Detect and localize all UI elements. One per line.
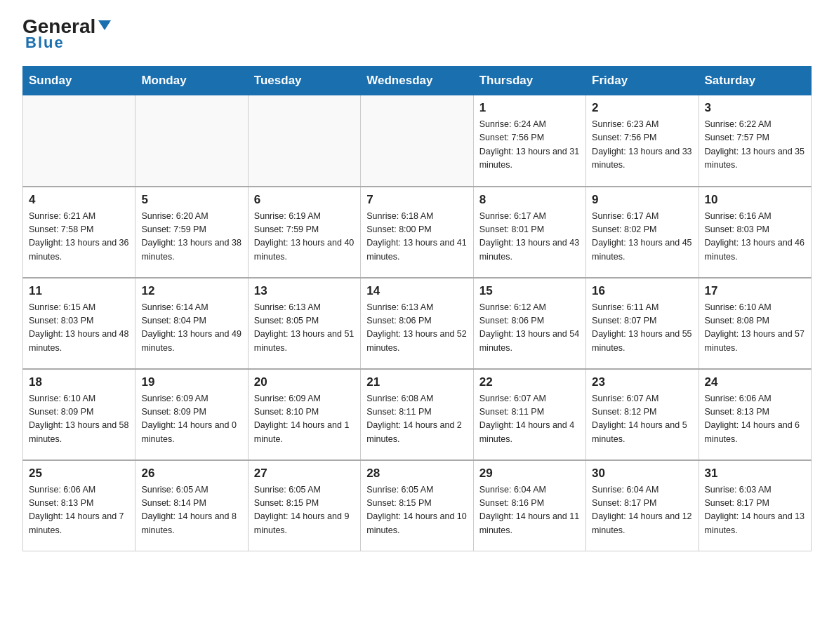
calendar-week-row: 25Sunrise: 6:06 AMSunset: 8:13 PMDayligh… — [23, 460, 812, 551]
day-info: Sunrise: 6:15 AMSunset: 8:03 PMDaylight:… — [29, 301, 129, 356]
day-info: Sunrise: 6:14 AMSunset: 8:04 PMDaylight:… — [141, 301, 241, 356]
calendar-cell: 16Sunrise: 6:11 AMSunset: 8:07 PMDayligh… — [586, 278, 699, 369]
day-number: 19 — [141, 375, 241, 389]
day-info: Sunrise: 6:17 AMSunset: 8:02 PMDaylight:… — [592, 210, 692, 264]
calendar-cell: 23Sunrise: 6:07 AMSunset: 8:12 PMDayligh… — [586, 369, 699, 460]
calendar-cell: 31Sunrise: 6:03 AMSunset: 8:17 PMDayligh… — [699, 460, 811, 551]
calendar-cell: 21Sunrise: 6:08 AMSunset: 8:11 PMDayligh… — [361, 369, 473, 460]
calendar-header-row: SundayMondayTuesdayWednesdayThursdayFrid… — [23, 67, 812, 95]
logo-blue: Blue — [22, 34, 65, 52]
calendar-cell: 15Sunrise: 6:12 AMSunset: 8:06 PMDayligh… — [473, 278, 585, 369]
day-info: Sunrise: 6:09 AMSunset: 8:09 PMDaylight:… — [141, 392, 241, 447]
day-info: Sunrise: 6:03 AMSunset: 8:17 PMDaylight:… — [705, 483, 805, 538]
day-info: Sunrise: 6:17 AMSunset: 8:01 PMDaylight:… — [479, 210, 580, 264]
day-number: 24 — [705, 375, 805, 389]
calendar-cell: 3Sunrise: 6:22 AMSunset: 7:57 PMDaylight… — [699, 95, 811, 187]
calendar-cell: 13Sunrise: 6:13 AMSunset: 8:05 PMDayligh… — [248, 278, 360, 369]
day-info: Sunrise: 6:07 AMSunset: 8:12 PMDaylight:… — [592, 392, 692, 447]
weekday-header-saturday: Saturday — [699, 67, 811, 95]
day-number: 21 — [366, 375, 467, 389]
day-number: 27 — [254, 467, 355, 481]
calendar-cell: 20Sunrise: 6:09 AMSunset: 8:10 PMDayligh… — [248, 369, 360, 460]
calendar-week-row: 11Sunrise: 6:15 AMSunset: 8:03 PMDayligh… — [23, 278, 812, 369]
day-info: Sunrise: 6:16 AMSunset: 8:03 PMDaylight:… — [705, 210, 805, 264]
calendar-cell: 30Sunrise: 6:04 AMSunset: 8:17 PMDayligh… — [586, 460, 699, 551]
day-number: 20 — [254, 375, 355, 389]
calendar-cell: 11Sunrise: 6:15 AMSunset: 8:03 PMDayligh… — [23, 278, 135, 369]
calendar-cell: 2Sunrise: 6:23 AMSunset: 7:56 PMDaylight… — [586, 95, 699, 187]
weekday-header-monday: Monday — [135, 67, 248, 95]
weekday-header-sunday: Sunday — [23, 67, 135, 95]
day-info: Sunrise: 6:04 AMSunset: 8:17 PMDaylight:… — [592, 483, 692, 538]
weekday-header-friday: Friday — [586, 67, 699, 95]
calendar-cell: 24Sunrise: 6:06 AMSunset: 8:13 PMDayligh… — [699, 369, 811, 460]
calendar-cell: 26Sunrise: 6:05 AMSunset: 8:14 PMDayligh… — [135, 460, 248, 551]
day-info: Sunrise: 6:07 AMSunset: 8:11 PMDaylight:… — [479, 392, 580, 447]
calendar-table: SundayMondayTuesdayWednesdayThursdayFrid… — [22, 66, 812, 551]
calendar-cell: 28Sunrise: 6:05 AMSunset: 8:15 PMDayligh… — [361, 460, 473, 551]
day-info: Sunrise: 6:10 AMSunset: 8:09 PMDaylight:… — [29, 392, 129, 447]
calendar-cell: 17Sunrise: 6:10 AMSunset: 8:08 PMDayligh… — [699, 278, 811, 369]
calendar-cell: 19Sunrise: 6:09 AMSunset: 8:09 PMDayligh… — [135, 369, 248, 460]
page-header: General Blue — [22, 17, 812, 52]
day-number: 14 — [366, 284, 467, 298]
calendar-cell: 8Sunrise: 6:17 AMSunset: 8:01 PMDaylight… — [473, 187, 585, 278]
calendar-cell — [361, 95, 473, 187]
day-number: 4 — [29, 193, 129, 207]
calendar-cell: 29Sunrise: 6:04 AMSunset: 8:16 PMDayligh… — [473, 460, 585, 551]
calendar-cell — [135, 95, 248, 187]
day-number: 15 — [479, 284, 580, 298]
calendar-cell: 1Sunrise: 6:24 AMSunset: 7:56 PMDaylight… — [473, 95, 585, 187]
day-number: 6 — [254, 193, 355, 207]
weekday-header-thursday: Thursday — [473, 67, 585, 95]
day-info: Sunrise: 6:13 AMSunset: 8:05 PMDaylight:… — [254, 301, 355, 356]
calendar-cell: 5Sunrise: 6:20 AMSunset: 7:59 PMDaylight… — [135, 187, 248, 278]
logo: General Blue — [22, 17, 112, 52]
day-number: 25 — [29, 467, 129, 481]
day-info: Sunrise: 6:10 AMSunset: 8:08 PMDaylight:… — [705, 301, 805, 356]
day-info: Sunrise: 6:23 AMSunset: 7:56 PMDaylight:… — [592, 118, 692, 173]
day-info: Sunrise: 6:24 AMSunset: 7:56 PMDaylight:… — [479, 118, 580, 173]
calendar-week-row: 18Sunrise: 6:10 AMSunset: 8:09 PMDayligh… — [23, 369, 812, 460]
calendar-cell: 12Sunrise: 6:14 AMSunset: 8:04 PMDayligh… — [135, 278, 248, 369]
weekday-header-wednesday: Wednesday — [361, 67, 473, 95]
day-info: Sunrise: 6:13 AMSunset: 8:06 PMDaylight:… — [366, 301, 467, 356]
calendar-cell: 18Sunrise: 6:10 AMSunset: 8:09 PMDayligh… — [23, 369, 135, 460]
calendar-cell: 25Sunrise: 6:06 AMSunset: 8:13 PMDayligh… — [23, 460, 135, 551]
day-number: 26 — [141, 467, 241, 481]
day-info: Sunrise: 6:05 AMSunset: 8:15 PMDaylight:… — [254, 483, 355, 538]
calendar-week-row: 4Sunrise: 6:21 AMSunset: 7:58 PMDaylight… — [23, 187, 812, 278]
day-info: Sunrise: 6:19 AMSunset: 7:59 PMDaylight:… — [254, 210, 355, 264]
weekday-header-tuesday: Tuesday — [248, 67, 360, 95]
day-number: 30 — [592, 467, 692, 481]
calendar-cell: 22Sunrise: 6:07 AMSunset: 8:11 PMDayligh… — [473, 369, 585, 460]
day-info: Sunrise: 6:21 AMSunset: 7:58 PMDaylight:… — [29, 210, 129, 264]
day-number: 31 — [705, 467, 805, 481]
logo-arrow-icon — [97, 18, 112, 33]
svg-marker-0 — [98, 20, 111, 30]
day-info: Sunrise: 6:05 AMSunset: 8:15 PMDaylight:… — [366, 483, 467, 538]
day-number: 28 — [366, 467, 467, 481]
day-number: 16 — [592, 284, 692, 298]
day-number: 11 — [29, 284, 129, 298]
day-info: Sunrise: 6:11 AMSunset: 8:07 PMDaylight:… — [592, 301, 692, 356]
day-number: 8 — [479, 193, 580, 207]
day-number: 10 — [705, 193, 805, 207]
day-info: Sunrise: 6:12 AMSunset: 8:06 PMDaylight:… — [479, 301, 580, 356]
day-info: Sunrise: 6:18 AMSunset: 8:00 PMDaylight:… — [366, 210, 467, 264]
day-info: Sunrise: 6:09 AMSunset: 8:10 PMDaylight:… — [254, 392, 355, 447]
day-number: 1 — [479, 101, 580, 115]
day-number: 12 — [141, 284, 241, 298]
day-number: 23 — [592, 375, 692, 389]
calendar-cell: 7Sunrise: 6:18 AMSunset: 8:00 PMDaylight… — [361, 187, 473, 278]
day-number: 7 — [366, 193, 467, 207]
day-number: 17 — [705, 284, 805, 298]
day-number: 2 — [592, 101, 692, 115]
day-number: 18 — [29, 375, 129, 389]
day-number: 5 — [141, 193, 241, 207]
calendar-cell: 6Sunrise: 6:19 AMSunset: 7:59 PMDaylight… — [248, 187, 360, 278]
calendar-week-row: 1Sunrise: 6:24 AMSunset: 7:56 PMDaylight… — [23, 95, 812, 187]
calendar-cell: 14Sunrise: 6:13 AMSunset: 8:06 PMDayligh… — [361, 278, 473, 369]
day-info: Sunrise: 6:06 AMSunset: 8:13 PMDaylight:… — [705, 392, 805, 447]
day-info: Sunrise: 6:05 AMSunset: 8:14 PMDaylight:… — [141, 483, 241, 538]
